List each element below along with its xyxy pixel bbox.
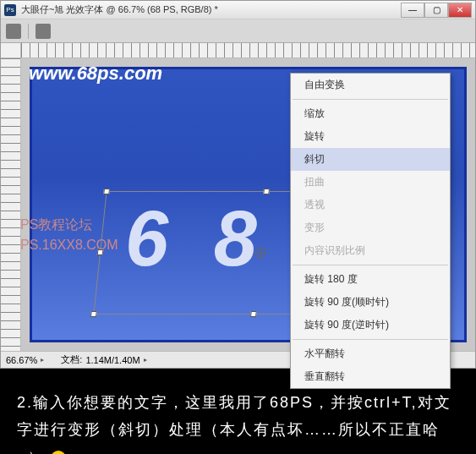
- menu-item[interactable]: 垂直翻转: [291, 365, 450, 388]
- menu-separator: [293, 99, 448, 100]
- menu-separator: [293, 339, 448, 340]
- chevron-right-icon: ▸: [41, 356, 44, 364]
- chevron-right-icon: ▸: [144, 356, 147, 364]
- context-menu: 自由变换缩放旋转斜切扭曲透视变形内容识别比例旋转 180 度旋转 90 度(顺时…: [290, 73, 451, 389]
- zoom-level[interactable]: 66.67% ▸: [6, 355, 44, 365]
- watermark-url: www.68ps.com: [29, 63, 162, 85]
- transform-center-icon[interactable]: [254, 248, 265, 258]
- zoom-value: 66.67%: [6, 355, 37, 365]
- window-title: 大眼仔~旭 光效字体 @ 66.7% (68 PS, RGB/8) *: [21, 3, 401, 16]
- ruler-area: [1, 43, 475, 58]
- ruler-vertical[interactable]: [1, 58, 21, 351]
- reference-point-icon[interactable]: [36, 24, 51, 39]
- ruler-corner: [1, 43, 21, 58]
- menu-item[interactable]: 旋转: [291, 125, 450, 148]
- menu-item: 透视: [291, 194, 450, 216]
- transform-anchor-icon[interactable]: [6, 24, 21, 39]
- menu-item: 内容识别比例: [291, 239, 450, 262]
- doc-size[interactable]: 文档: 1.14M/1.40M ▸: [61, 353, 146, 366]
- handle-bottom-left[interactable]: [90, 311, 97, 317]
- separator: [28, 24, 29, 39]
- titlebar[interactable]: Ps 大眼仔~旭 光效字体 @ 66.7% (68 PS, RGB/8) * —…: [1, 1, 475, 19]
- menu-item[interactable]: 旋转 180 度: [291, 268, 450, 291]
- menu-item[interactable]: 旋转 90 度(顺时针): [291, 291, 450, 314]
- handle-top-left[interactable]: [103, 189, 110, 194]
- watermark-forum-line1: PS教程论坛: [20, 215, 118, 235]
- watermark-forum-line2: PS.16XX8.COM: [20, 235, 118, 255]
- close-button[interactable]: ✕: [448, 3, 472, 18]
- handle-top-middle[interactable]: [263, 189, 270, 194]
- handle-bottom-middle[interactable]: [250, 311, 257, 317]
- window-controls: — ▢ ✕: [401, 3, 472, 18]
- app-window: Ps 大眼仔~旭 光效字体 @ 66.7% (68 PS, RGB/8) * —…: [0, 0, 476, 369]
- caption-text: 2.输入你想要的文字，这里我用了68PS，并按ctrl+T,对文字进行变形（斜切…: [17, 394, 451, 454]
- ruler-horizontal[interactable]: [21, 43, 475, 58]
- menu-item[interactable]: 自由变换: [291, 74, 450, 96]
- menu-item[interactable]: 缩放: [291, 102, 450, 125]
- menu-item[interactable]: 旋转 90 度(逆时针): [291, 314, 450, 336]
- menu-item: 变形: [291, 216, 450, 239]
- doc-label: 文档:: [61, 353, 82, 366]
- grin-emoji-icon: [51, 451, 66, 454]
- menu-item[interactable]: 斜切: [291, 148, 450, 171]
- ps-icon: Ps: [4, 4, 16, 16]
- menu-item[interactable]: 水平翻转: [291, 342, 450, 365]
- minimize-button[interactable]: —: [401, 3, 424, 18]
- options-bar: [1, 19, 475, 43]
- watermark-forum: PS教程论坛 PS.16XX8.COM: [20, 215, 118, 255]
- menu-item: 扭曲: [291, 171, 450, 194]
- doc-value: 1.14M/1.40M: [85, 355, 140, 365]
- menu-separator: [293, 265, 448, 265]
- maximize-button[interactable]: ▢: [424, 3, 448, 18]
